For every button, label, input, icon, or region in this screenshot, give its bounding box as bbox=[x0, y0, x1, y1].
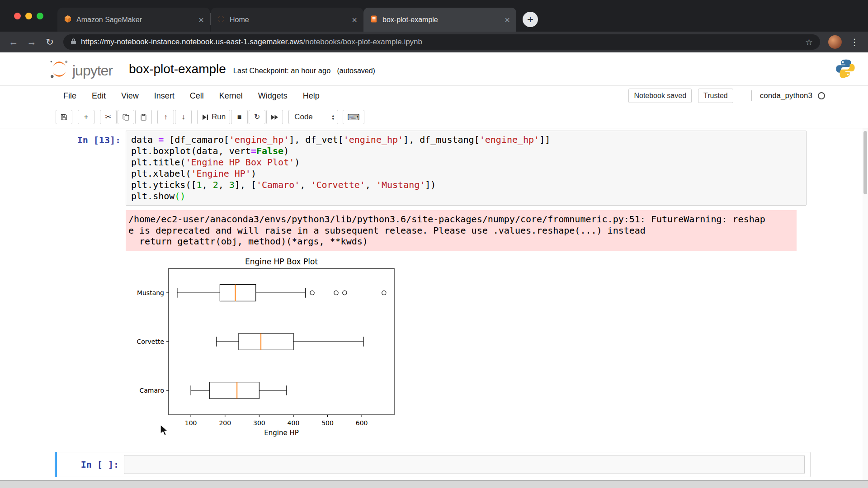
svg-text:Engine HP Box Plot: Engine HP Box Plot bbox=[245, 257, 318, 266]
arrow-down-icon: ↓ bbox=[182, 113, 185, 121]
menu-edit[interactable]: Edit bbox=[92, 91, 106, 101]
interrupt-kernel-button[interactable]: ■ bbox=[231, 110, 248, 124]
boxplot-figure: Engine HP Box Plot100200300400500600Engi… bbox=[127, 257, 408, 444]
tab-close-icon[interactable]: × bbox=[198, 15, 204, 24]
menu-view[interactable]: View bbox=[121, 91, 139, 101]
svg-text:Engine HP: Engine HP bbox=[264, 429, 299, 437]
reload-button[interactable]: ↻ bbox=[42, 34, 58, 50]
save-button[interactable] bbox=[56, 110, 72, 124]
copy-icon bbox=[123, 114, 129, 121]
notebook-title[interactable]: box-plot-example bbox=[129, 62, 226, 76]
command-palette-button[interactable]: ⌨ bbox=[343, 110, 364, 124]
notebook-menubar: File Edit View Insert Cell Kernel Widget… bbox=[0, 86, 868, 106]
menu-kernel[interactable]: Kernel bbox=[219, 91, 243, 101]
tab-title: Amazon SageMaker bbox=[76, 16, 195, 24]
code-cell: In [13]: data = [df_camaro['engine_hp'],… bbox=[54, 131, 814, 206]
restart-kernel-button[interactable]: ↻ bbox=[249, 110, 265, 124]
divider bbox=[751, 90, 752, 101]
url-text: https://my-notebook-instance.notebook.us… bbox=[81, 38, 422, 47]
url-domain: https://my-notebook-instance.notebook.us… bbox=[81, 38, 303, 46]
lock-icon bbox=[71, 38, 76, 47]
run-button[interactable]: Run bbox=[197, 110, 230, 124]
empty-cell-selected[interactable]: In [ ]: bbox=[55, 452, 811, 477]
back-button[interactable]: ← bbox=[5, 34, 22, 50]
svg-text:Camaro: Camaro bbox=[139, 387, 164, 394]
copy-cell-button[interactable] bbox=[118, 110, 134, 124]
window-zoom-button[interactable] bbox=[37, 13, 43, 19]
code-input-area[interactable]: data = [df_camaro['engine_hp'], df_vet['… bbox=[126, 131, 807, 206]
menu-cell[interactable]: Cell bbox=[190, 91, 204, 101]
window-bottom-edge bbox=[0, 480, 868, 488]
window-minimize-button[interactable] bbox=[25, 13, 32, 19]
new-tab-button[interactable]: + bbox=[523, 12, 538, 27]
profile-avatar[interactable] bbox=[828, 35, 842, 49]
svg-text:100: 100 bbox=[185, 419, 197, 427]
cell-type-value: Code bbox=[294, 113, 313, 122]
move-cell-up-button[interactable]: ↑ bbox=[157, 110, 174, 124]
jupyter-header: jupyter box-plot-example Last Checkpoint… bbox=[0, 52, 868, 86]
svg-text:Corvette: Corvette bbox=[137, 338, 164, 345]
address-bar[interactable]: https://my-notebook-instance.notebook.us… bbox=[63, 34, 820, 50]
code-lines: data = [df_camaro['engine_hp'], df_vet['… bbox=[131, 134, 802, 202]
checkpoint-label: Last Checkpoint: an hour ago bbox=[233, 63, 331, 75]
bookmark-star-icon[interactable]: ☆ bbox=[805, 37, 813, 47]
scrollbar[interactable] bbox=[863, 128, 868, 480]
kernel-idle-indicator-icon bbox=[818, 92, 825, 99]
screen: Amazon SageMaker × Home × box-plot-examp… bbox=[0, 0, 868, 488]
scrollbar-thumb[interactable] bbox=[863, 131, 867, 194]
menu-widgets[interactable]: Widgets bbox=[258, 91, 288, 101]
window-close-button[interactable] bbox=[14, 13, 21, 19]
insert-cell-below-button[interactable]: + bbox=[78, 110, 94, 124]
jupyter-logo[interactable]: jupyter bbox=[49, 60, 113, 79]
select-arrows-icon: ▴▾ bbox=[332, 114, 334, 120]
trusted-badge[interactable]: Trusted bbox=[698, 89, 733, 103]
tab-title: box-plot-example bbox=[382, 16, 501, 24]
input-prompt: In [13]: bbox=[54, 131, 126, 206]
sagemaker-favicon-icon bbox=[64, 15, 72, 25]
browser-tabs: Amazon SageMaker × Home × box-plot-examp… bbox=[57, 0, 516, 32]
window-controls bbox=[14, 13, 43, 19]
restart-run-all-button[interactable] bbox=[266, 110, 283, 124]
stderr-output: /home/ec2-user/anaconda3/envs/python3/li… bbox=[126, 210, 797, 251]
svg-text:600: 600 bbox=[356, 419, 368, 427]
tab-title: Home bbox=[230, 16, 348, 24]
jupyter-logo-icon bbox=[49, 60, 70, 79]
svg-text:Mustang: Mustang bbox=[137, 289, 164, 296]
menu-insert[interactable]: Insert bbox=[154, 91, 175, 101]
browser-tab-notebook[interactable]: box-plot-example × bbox=[363, 8, 516, 32]
browser-menu-icon[interactable]: ⋮ bbox=[846, 37, 863, 47]
browser-tab-strip: Amazon SageMaker × Home × box-plot-examp… bbox=[0, 0, 868, 32]
kernel-name: conda_python3 bbox=[760, 91, 812, 100]
selected-cell-indicator bbox=[55, 452, 57, 477]
scissors-icon: ✂ bbox=[105, 113, 111, 121]
menu-help[interactable]: Help bbox=[303, 91, 320, 101]
paste-cell-button[interactable] bbox=[135, 110, 152, 124]
svg-text:400: 400 bbox=[288, 419, 300, 427]
move-cell-down-button[interactable]: ↓ bbox=[175, 110, 192, 124]
tab-close-icon[interactable]: × bbox=[352, 15, 357, 24]
plot-output: Engine HP Box Plot100200300400500600Engi… bbox=[127, 257, 868, 444]
cut-cell-button[interactable]: ✂ bbox=[100, 110, 117, 124]
empty-code-input[interactable] bbox=[124, 455, 805, 474]
tab-close-icon[interactable]: × bbox=[505, 15, 510, 24]
menu-file[interactable]: File bbox=[63, 91, 76, 101]
keyboard-icon: ⌨ bbox=[347, 113, 359, 122]
save-icon bbox=[61, 114, 67, 121]
empty-input-prompt: In [ ]: bbox=[55, 455, 124, 474]
restart-icon: ↻ bbox=[254, 113, 260, 121]
browser-tab-home[interactable]: Home × bbox=[211, 8, 363, 32]
plus-icon: + bbox=[84, 113, 88, 121]
svg-text:500: 500 bbox=[321, 419, 334, 427]
notebook-saved-badge: Notebook saved bbox=[628, 89, 692, 103]
browser-tab-sagemaker[interactable]: Amazon SageMaker × bbox=[57, 8, 210, 32]
browser-navbar: ← → ↻ https://my-notebook-instance.noteb… bbox=[0, 32, 868, 52]
fast-forward-icon bbox=[271, 114, 278, 120]
notebook-favicon-icon bbox=[370, 15, 378, 25]
stop-icon: ■ bbox=[237, 113, 242, 121]
cell-type-select[interactable]: Code ▴▾ bbox=[288, 110, 338, 124]
python-logo-icon bbox=[835, 58, 855, 80]
forward-button[interactable]: → bbox=[24, 34, 40, 50]
arrow-up-icon: ↑ bbox=[164, 113, 168, 121]
notebook-toolbar: + ✂ ↑ ↓ Run ■ ↻ Code bbox=[0, 106, 868, 128]
run-icon bbox=[202, 114, 208, 121]
